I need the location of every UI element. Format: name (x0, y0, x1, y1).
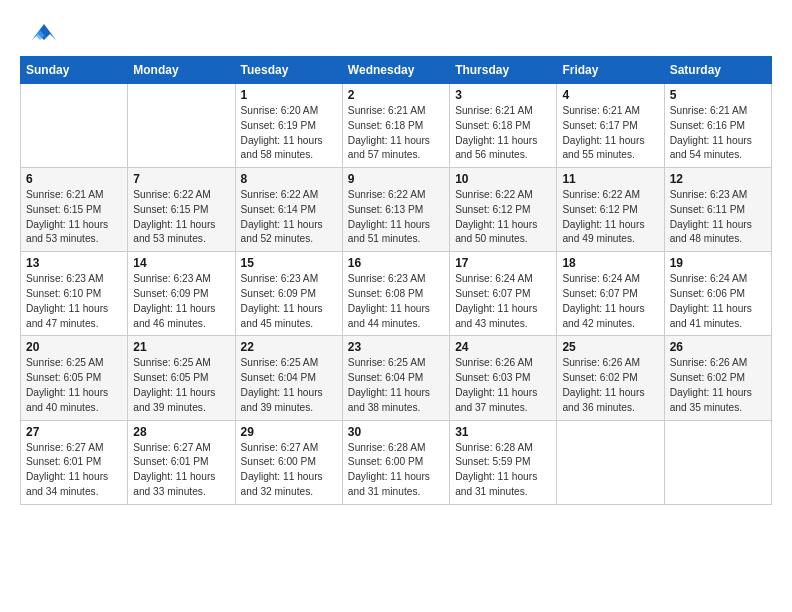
day-info: Sunrise: 6:22 AM Sunset: 6:12 PM Dayligh… (455, 188, 551, 247)
day-info: Sunrise: 6:27 AM Sunset: 6:01 PM Dayligh… (26, 441, 122, 500)
calendar-cell: 29Sunrise: 6:27 AM Sunset: 6:00 PM Dayli… (235, 420, 342, 504)
day-info: Sunrise: 6:21 AM Sunset: 6:18 PM Dayligh… (348, 104, 444, 163)
calendar-week-row: 20Sunrise: 6:25 AM Sunset: 6:05 PM Dayli… (21, 336, 772, 420)
calendar-cell: 7Sunrise: 6:22 AM Sunset: 6:15 PM Daylig… (128, 168, 235, 252)
day-number: 19 (670, 256, 766, 270)
calendar-cell: 11Sunrise: 6:22 AM Sunset: 6:12 PM Dayli… (557, 168, 664, 252)
day-number: 5 (670, 88, 766, 102)
day-info: Sunrise: 6:23 AM Sunset: 6:10 PM Dayligh… (26, 272, 122, 331)
day-info: Sunrise: 6:25 AM Sunset: 6:04 PM Dayligh… (241, 356, 337, 415)
calendar-week-row: 6Sunrise: 6:21 AM Sunset: 6:15 PM Daylig… (21, 168, 772, 252)
header-thursday: Thursday (450, 57, 557, 84)
day-number: 8 (241, 172, 337, 186)
header-monday: Monday (128, 57, 235, 84)
day-number: 17 (455, 256, 551, 270)
calendar-cell: 24Sunrise: 6:26 AM Sunset: 6:03 PM Dayli… (450, 336, 557, 420)
day-number: 7 (133, 172, 229, 186)
day-info: Sunrise: 6:26 AM Sunset: 6:02 PM Dayligh… (670, 356, 766, 415)
day-info: Sunrise: 6:21 AM Sunset: 6:18 PM Dayligh… (455, 104, 551, 163)
svg-marker-0 (32, 24, 56, 40)
calendar-cell: 14Sunrise: 6:23 AM Sunset: 6:09 PM Dayli… (128, 252, 235, 336)
day-info: Sunrise: 6:20 AM Sunset: 6:19 PM Dayligh… (241, 104, 337, 163)
day-info: Sunrise: 6:27 AM Sunset: 6:01 PM Dayligh… (133, 441, 229, 500)
day-number: 30 (348, 425, 444, 439)
day-number: 26 (670, 340, 766, 354)
day-info: Sunrise: 6:22 AM Sunset: 6:15 PM Dayligh… (133, 188, 229, 247)
calendar-week-row: 27Sunrise: 6:27 AM Sunset: 6:01 PM Dayli… (21, 420, 772, 504)
calendar-cell: 9Sunrise: 6:22 AM Sunset: 6:13 PM Daylig… (342, 168, 449, 252)
calendar-week-row: 1Sunrise: 6:20 AM Sunset: 6:19 PM Daylig… (21, 84, 772, 168)
calendar-cell: 27Sunrise: 6:27 AM Sunset: 6:01 PM Dayli… (21, 420, 128, 504)
calendar-cell: 2Sunrise: 6:21 AM Sunset: 6:18 PM Daylig… (342, 84, 449, 168)
day-number: 21 (133, 340, 229, 354)
day-number: 27 (26, 425, 122, 439)
day-info: Sunrise: 6:25 AM Sunset: 6:05 PM Dayligh… (26, 356, 122, 415)
day-info: Sunrise: 6:25 AM Sunset: 6:05 PM Dayligh… (133, 356, 229, 415)
calendar-cell: 17Sunrise: 6:24 AM Sunset: 6:07 PM Dayli… (450, 252, 557, 336)
calendar-cell: 28Sunrise: 6:27 AM Sunset: 6:01 PM Dayli… (128, 420, 235, 504)
day-info: Sunrise: 6:23 AM Sunset: 6:09 PM Dayligh… (133, 272, 229, 331)
day-info: Sunrise: 6:26 AM Sunset: 6:03 PM Dayligh… (455, 356, 551, 415)
day-number: 24 (455, 340, 551, 354)
calendar-cell: 20Sunrise: 6:25 AM Sunset: 6:05 PM Dayli… (21, 336, 128, 420)
day-number: 4 (562, 88, 658, 102)
calendar-cell (128, 84, 235, 168)
calendar-cell: 10Sunrise: 6:22 AM Sunset: 6:12 PM Dayli… (450, 168, 557, 252)
day-info: Sunrise: 6:21 AM Sunset: 6:15 PM Dayligh… (26, 188, 122, 247)
day-number: 16 (348, 256, 444, 270)
day-number: 10 (455, 172, 551, 186)
day-info: Sunrise: 6:24 AM Sunset: 6:07 PM Dayligh… (562, 272, 658, 331)
header-wednesday: Wednesday (342, 57, 449, 84)
calendar-cell (557, 420, 664, 504)
day-number: 14 (133, 256, 229, 270)
calendar-cell (21, 84, 128, 168)
day-info: Sunrise: 6:23 AM Sunset: 6:11 PM Dayligh… (670, 188, 766, 247)
day-info: Sunrise: 6:28 AM Sunset: 6:00 PM Dayligh… (348, 441, 444, 500)
day-number: 2 (348, 88, 444, 102)
day-number: 11 (562, 172, 658, 186)
day-number: 3 (455, 88, 551, 102)
calendar-cell: 6Sunrise: 6:21 AM Sunset: 6:15 PM Daylig… (21, 168, 128, 252)
calendar-cell: 23Sunrise: 6:25 AM Sunset: 6:04 PM Dayli… (342, 336, 449, 420)
calendar-cell: 18Sunrise: 6:24 AM Sunset: 6:07 PM Dayli… (557, 252, 664, 336)
calendar-cell: 4Sunrise: 6:21 AM Sunset: 6:17 PM Daylig… (557, 84, 664, 168)
day-info: Sunrise: 6:26 AM Sunset: 6:02 PM Dayligh… (562, 356, 658, 415)
calendar-cell: 8Sunrise: 6:22 AM Sunset: 6:14 PM Daylig… (235, 168, 342, 252)
calendar-header-row: SundayMondayTuesdayWednesdayThursdayFrid… (21, 57, 772, 84)
day-number: 25 (562, 340, 658, 354)
header-friday: Friday (557, 57, 664, 84)
calendar-cell: 31Sunrise: 6:28 AM Sunset: 5:59 PM Dayli… (450, 420, 557, 504)
header-tuesday: Tuesday (235, 57, 342, 84)
day-number: 28 (133, 425, 229, 439)
logo (20, 20, 56, 46)
calendar-cell: 5Sunrise: 6:21 AM Sunset: 6:16 PM Daylig… (664, 84, 771, 168)
day-info: Sunrise: 6:25 AM Sunset: 6:04 PM Dayligh… (348, 356, 444, 415)
calendar-cell: 12Sunrise: 6:23 AM Sunset: 6:11 PM Dayli… (664, 168, 771, 252)
day-number: 29 (241, 425, 337, 439)
day-info: Sunrise: 6:22 AM Sunset: 6:14 PM Dayligh… (241, 188, 337, 247)
day-number: 22 (241, 340, 337, 354)
day-number: 18 (562, 256, 658, 270)
calendar-cell: 13Sunrise: 6:23 AM Sunset: 6:10 PM Dayli… (21, 252, 128, 336)
day-info: Sunrise: 6:21 AM Sunset: 6:16 PM Dayligh… (670, 104, 766, 163)
day-info: Sunrise: 6:21 AM Sunset: 6:17 PM Dayligh… (562, 104, 658, 163)
calendar-table: SundayMondayTuesdayWednesdayThursdayFrid… (20, 56, 772, 505)
calendar-cell: 19Sunrise: 6:24 AM Sunset: 6:06 PM Dayli… (664, 252, 771, 336)
logo-icon (24, 20, 56, 46)
day-info: Sunrise: 6:22 AM Sunset: 6:12 PM Dayligh… (562, 188, 658, 247)
day-number: 31 (455, 425, 551, 439)
calendar-cell: 1Sunrise: 6:20 AM Sunset: 6:19 PM Daylig… (235, 84, 342, 168)
day-number: 20 (26, 340, 122, 354)
day-number: 23 (348, 340, 444, 354)
calendar-cell: 15Sunrise: 6:23 AM Sunset: 6:09 PM Dayli… (235, 252, 342, 336)
calendar-cell: 3Sunrise: 6:21 AM Sunset: 6:18 PM Daylig… (450, 84, 557, 168)
calendar-cell: 21Sunrise: 6:25 AM Sunset: 6:05 PM Dayli… (128, 336, 235, 420)
day-number: 12 (670, 172, 766, 186)
day-info: Sunrise: 6:24 AM Sunset: 6:07 PM Dayligh… (455, 272, 551, 331)
calendar-week-row: 13Sunrise: 6:23 AM Sunset: 6:10 PM Dayli… (21, 252, 772, 336)
calendar-cell (664, 420, 771, 504)
day-info: Sunrise: 6:22 AM Sunset: 6:13 PM Dayligh… (348, 188, 444, 247)
day-number: 15 (241, 256, 337, 270)
page-header (20, 20, 772, 46)
header-saturday: Saturday (664, 57, 771, 84)
